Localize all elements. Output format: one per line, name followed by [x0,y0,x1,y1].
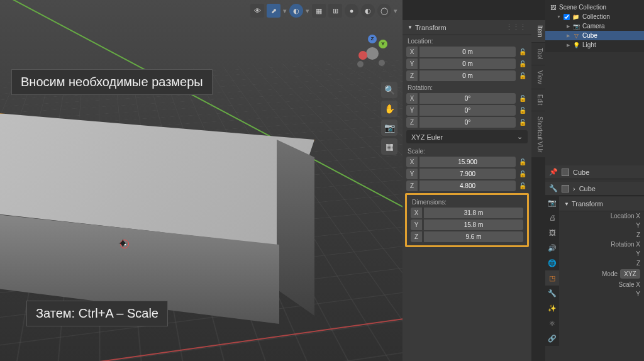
tab-shortcut[interactable]: Shortcut VUr [531,111,545,158]
outliner-cube[interactable]: ▶▽Cube [545,31,644,40]
location-y-field[interactable]: 0 m [419,58,516,69]
chevron-right-icon: ▶ [567,24,570,29]
overlay-toggle-icon[interactable]: ◐ [289,4,303,18]
outliner-scene[interactable]: 🖼Scene Collection [545,3,644,12]
location-label: Location: [402,35,531,46]
rotation-z-field[interactable]: 0° [419,117,516,128]
outliner-light[interactable]: ▶💡Light [545,40,644,50]
chevron-right-icon: ▶ [567,43,570,48]
lock-icon[interactable]: 🔓 [518,158,528,165]
chevron-down-icon: ⌄ [517,133,523,141]
rotation-label: Rotation: [402,82,531,92]
zoom-icon[interactable]: 🔍 [381,82,397,98]
wireframe-shading-icon[interactable]: ⊞ [328,4,342,18]
mesh-icon: ▽ [572,33,580,39]
tab-viewlayer-icon[interactable]: 🖼 [545,225,559,240]
chevron-down-icon: ▼ [557,14,561,19]
tab-render-icon[interactable]: 📷 [545,195,559,210]
pin-icon[interactable]: 📌 [549,168,558,176]
object-datablock[interactable]: 🔧›Cube [545,182,644,196]
annotation-hint: Затем: Ctrl+A – Scale [26,301,168,326]
transform-subheader[interactable]: ▼Transform [559,197,644,211]
location-z-field[interactable]: 0 m [419,70,516,81]
n-panel: ▼ Transform ⋮⋮⋮ Location: X0 m🔓 Y0 m🔓 Z0… [402,20,531,361]
scale-label: Scale: [402,145,531,156]
tab-edit[interactable]: Edit [531,89,545,111]
collection-checkbox[interactable] [564,14,570,20]
tab-object-icon[interactable]: ◳ [545,270,559,286]
pan-icon[interactable]: ✋ [381,101,397,117]
rotation-x-label: Rotation X [611,241,640,248]
chevron-down-icon: ▼ [564,201,569,207]
tab-item[interactable]: Item [531,20,545,43]
axis-y-label: Y [406,58,418,69]
solid-shading-icon[interactable]: ● [345,4,358,18]
axis-z-label: Z [406,117,418,128]
transform-panel-header[interactable]: ▼ Transform ⋮⋮⋮ [402,20,531,35]
properties-editor: 📌Cube 🔧›Cube 📷 🖨 🖼 🔊 🌐 ◳ 🔧 ✨ ⚛ 🔗 ▼Transf… [545,165,644,300]
tab-world-icon[interactable]: 🌐 [545,255,559,270]
outliner-collection[interactable]: ▼📁Collection [545,12,644,21]
lock-icon[interactable]: 🔓 [518,107,528,114]
location-x-field[interactable]: 0 m [419,47,516,57]
z-label: Z [636,260,640,267]
axis-y-label: Y [406,169,418,179]
visibility-icon[interactable]: 👁 [250,4,264,18]
y-label: Y [636,222,640,229]
scale-z-field[interactable]: 4.800 [419,181,516,191]
lock-icon[interactable]: 🔓 [518,60,528,67]
outliner-camera[interactable]: ▶📷Camera [545,21,644,31]
dimensions-label: Dimensions: [407,196,527,207]
rotation-mode-dropdown[interactable]: XYZ Euler⌄ [406,130,528,143]
location-x-label: Location X [611,213,640,219]
axis-y-label: Y [406,105,418,116]
rotation-y-field[interactable]: 0° [419,105,516,116]
tab-scene-icon[interactable]: 🔊 [545,240,559,255]
gizmo-axis-y[interactable]: Y [379,40,387,48]
tab-output-icon[interactable]: 🖨 [545,210,559,225]
drag-icon[interactable]: ⋮⋮⋮ [506,23,526,31]
tab-modifier-icon[interactable]: 🔧 [545,286,559,301]
rotation-x-field[interactable]: 0° [419,93,516,104]
scale-x-field[interactable]: 15.900 [419,157,516,167]
light-icon: 💡 [572,42,580,48]
z-label: Z [636,231,640,238]
axis-z-label: Z [406,181,418,191]
tab-physics-icon[interactable]: ⚛ [545,316,559,331]
viewport-3d[interactable]: 👁 ⬈ ▾ ◐ ▾ ▦ ⊞ ● ◐ ◯ ▾ Z Y 🔍 ✋ 📷 ▦ Вносим… [0,0,402,361]
gizmo-toggle-icon[interactable]: ⬈ [267,4,280,18]
scale-y-field[interactable]: 7.900 [419,169,516,179]
viewport-tools: 🔍 ✋ 📷 ▦ [381,82,397,155]
outliner: 🖼Scene Collection ▼📁Collection ▶📷Camera … [545,0,644,52]
xray-icon[interactable]: ▦ [312,4,326,18]
tab-constraints-icon[interactable]: 🔗 [545,331,559,346]
mode-field[interactable]: XYZ [620,269,640,279]
tab-tool[interactable]: Tool [531,43,545,65]
lock-icon[interactable]: 🔓 [518,48,528,55]
mode-label: Mode [602,270,618,277]
lock-icon[interactable]: 🔓 [518,95,528,102]
lock-icon[interactable]: 🔓 [518,72,528,79]
nav-gizmo[interactable]: Z Y [353,35,391,72]
lock-icon[interactable]: 🔓 [518,182,528,189]
object-breadcrumb[interactable]: 📌Cube [545,165,644,179]
axis-y-label: Y [411,219,422,230]
n-panel-tabs: Item Tool View Edit Shortcut VUr [531,20,545,158]
camera-icon: 📷 [572,23,580,30]
dim-y-field[interactable]: 15.8 m [424,219,523,230]
axis-x-label: X [406,157,418,167]
lock-icon[interactable]: 🔓 [518,170,528,177]
lock-icon[interactable]: 🔓 [518,119,528,126]
gizmo-axis-z[interactable]: Z [368,35,377,43]
rendered-shading-icon[interactable]: ◯ [377,4,391,18]
tab-view[interactable]: View [531,65,545,90]
y-label: Y [636,291,640,297]
camera-icon[interactable]: 📷 [381,119,397,136]
dim-x-field[interactable]: 31.8 m [424,208,523,218]
matprev-shading-icon[interactable]: ◐ [361,4,375,18]
tab-particles-icon[interactable]: ✨ [545,301,559,316]
perspective-icon[interactable]: ▦ [381,138,397,155]
gizmo-axis-x[interactable] [358,51,367,60]
axis-z-label: Z [411,231,422,242]
dim-z-field[interactable]: 9.6 m [424,231,523,242]
